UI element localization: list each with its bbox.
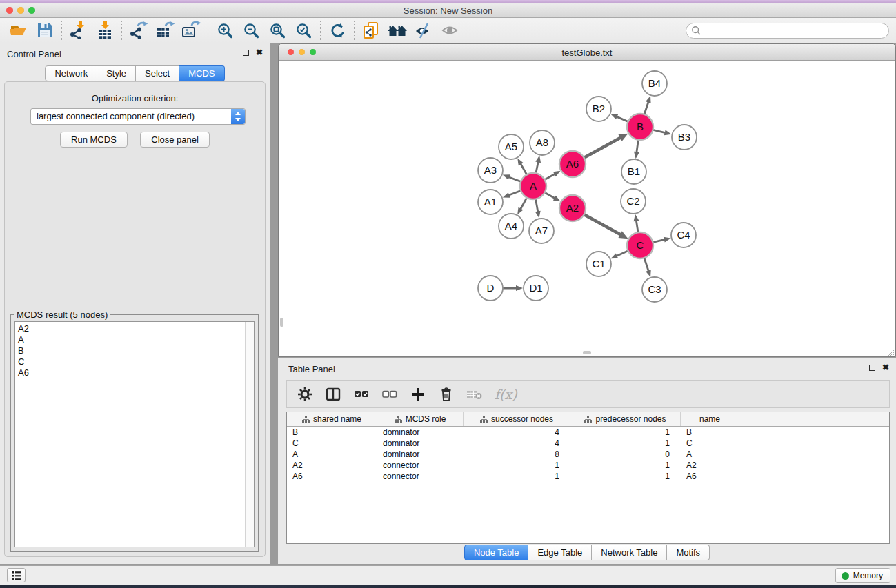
- import-table-icon[interactable]: [92, 19, 118, 41]
- float-panel-icon[interactable]: [869, 365, 875, 371]
- tab-style[interactable]: Style: [97, 65, 136, 81]
- table-cell: A2: [681, 460, 739, 471]
- graph-edge-arrowhead: [553, 171, 561, 176]
- tab-node-table[interactable]: Node Table: [464, 545, 529, 560]
- zoom-in-icon[interactable]: [212, 19, 238, 41]
- zoom-fit-icon[interactable]: [264, 19, 290, 41]
- table-cell: 0: [570, 449, 681, 460]
- table-row[interactable]: A2connector11A2: [287, 460, 889, 471]
- column-header-mcds-role[interactable]: MCDS role: [377, 412, 464, 426]
- show-graphics-details-icon[interactable]: [410, 19, 437, 41]
- optimization-criterion-label: Optimization criterion:: [5, 93, 265, 103]
- table-cell: B: [287, 427, 377, 438]
- network-horizontal-scrollbar[interactable]: [279, 350, 895, 356]
- graph-edge-arrowhead: [634, 152, 639, 159]
- tab-edge-table[interactable]: Edge Table: [528, 545, 592, 560]
- eye-icon[interactable]: [437, 19, 463, 41]
- memory-button[interactable]: Memory: [835, 568, 890, 583]
- select-all-checkboxes-icon[interactable]: [353, 386, 370, 403]
- table-cell-filler: [739, 471, 889, 482]
- table-toolbar: f(x): [286, 380, 890, 408]
- show-panels-list-button[interactable]: [7, 568, 26, 582]
- table-row[interactable]: Bdominator41B: [287, 427, 889, 438]
- float-panel-icon[interactable]: [243, 50, 249, 56]
- delete-table-icon[interactable]: [466, 386, 483, 403]
- tab-motifs[interactable]: Motifs: [667, 545, 710, 560]
- split-columns-icon[interactable]: [325, 386, 341, 403]
- result-list-scrollbar[interactable]: [245, 322, 254, 547]
- tab-network-table[interactable]: Network Table: [592, 545, 667, 560]
- mcds-result-item[interactable]: A: [18, 334, 241, 345]
- tab-select[interactable]: Select: [136, 65, 179, 81]
- column-type-icon: [395, 416, 402, 423]
- column-header-label: successor nodes: [491, 414, 553, 424]
- graph-edge-arrowhead: [516, 285, 523, 291]
- table-cell: connector: [377, 460, 464, 471]
- function-builder-icon[interactable]: f(x): [495, 386, 517, 403]
- mcds-result-item[interactable]: A2: [18, 323, 241, 334]
- mcds-tab-content: Optimization criterion: largest connecte…: [4, 81, 266, 557]
- mcds-result-list: A2ABCA6: [14, 321, 255, 547]
- mcds-result-item[interactable]: A6: [18, 367, 241, 378]
- zoom-selected-icon[interactable]: [290, 19, 317, 41]
- graph-node-label: B3: [678, 131, 690, 143]
- criterion-dropdown[interactable]: largest connected component (directed): [30, 108, 246, 125]
- table-body: Bdominator41BCdominator41CAdominator80AA…: [287, 427, 889, 482]
- mcds-result-item[interactable]: C: [18, 356, 241, 367]
- open-session-icon[interactable]: [6, 19, 32, 41]
- gear-icon[interactable]: [297, 386, 313, 403]
- tab-network[interactable]: Network: [45, 65, 97, 81]
- column-type-icon: [302, 416, 310, 423]
- column-header-name[interactable]: name: [681, 412, 739, 426]
- desktop-background-strip: [0, 585, 896, 588]
- graph-node-label: B2: [593, 103, 605, 114]
- criterion-dropdown-value: largest connected component (directed): [31, 109, 231, 124]
- resize-grip-icon[interactable]: [886, 350, 895, 356]
- network-horizontal-scroll-thumb[interactable]: [583, 351, 591, 354]
- table-cell: 1: [464, 460, 570, 471]
- table-cell: 1: [570, 438, 681, 449]
- deselect-all-checkboxes-icon[interactable]: [381, 386, 398, 403]
- export-table-icon[interactable]: [152, 19, 178, 41]
- network-view-window: testGlobe.txt B4B2BB3A5A8A6B1A3AC2A1A2A4…: [278, 43, 896, 357]
- save-session-icon[interactable]: [32, 19, 58, 41]
- search-input[interactable]: [701, 25, 888, 37]
- graph-node-label: D1: [529, 282, 542, 294]
- zoom-out-icon[interactable]: [238, 19, 264, 41]
- memory-status-icon: [842, 572, 849, 580]
- run-mcds-button[interactable]: Run MCDS: [60, 132, 128, 148]
- table-cell: 1: [570, 427, 681, 438]
- main-titlebar: Session: New Session: [0, 3, 896, 18]
- close-panel-icon[interactable]: ✖: [256, 49, 263, 56]
- clone-network-icon[interactable]: [358, 19, 384, 41]
- table-cell: C: [681, 438, 739, 449]
- close-panel-icon[interactable]: ✖: [882, 364, 889, 371]
- toolbar-separator: [61, 21, 62, 40]
- graph-node-label: A8: [536, 136, 548, 148]
- delete-column-icon[interactable]: [438, 386, 455, 403]
- network-window-titlebar[interactable]: testGlobe.txt: [279, 44, 895, 61]
- refresh-layout-icon[interactable]: [324, 19, 350, 41]
- column-header-shared-name[interactable]: shared name: [287, 412, 377, 426]
- toolbar-search-field[interactable]: [686, 23, 889, 39]
- close-panel-button[interactable]: Close panel: [140, 132, 210, 148]
- table-row[interactable]: Adominator80A: [287, 449, 889, 460]
- column-header-successor-nodes[interactable]: successor nodes: [464, 412, 570, 426]
- first-neighbors-icon[interactable]: [384, 19, 410, 41]
- network-vertical-scroll-thumb[interactable]: [280, 318, 283, 327]
- column-header-predecessor-nodes[interactable]: predecessor nodes: [570, 412, 681, 426]
- export-network-icon[interactable]: [126, 19, 152, 41]
- graph-edge-arrowhead: [634, 214, 639, 221]
- table-row[interactable]: Cdominator41C: [287, 438, 889, 449]
- mcds-result-item[interactable]: B: [18, 345, 241, 356]
- mcds-result-title: MCDS result (5 nodes): [14, 310, 110, 320]
- add-column-icon[interactable]: [410, 386, 426, 403]
- export-image-icon[interactable]: [178, 19, 204, 41]
- main-toolbar: [0, 18, 896, 43]
- graph-node-label: A4: [505, 220, 517, 232]
- window-title: Session: New Session: [0, 6, 896, 16]
- table-row[interactable]: A6connector11A6: [287, 471, 889, 482]
- tab-mcds[interactable]: MCDS: [179, 65, 224, 81]
- network-canvas[interactable]: B4B2BB3A5A8A6B1A3AC2A1A2A4A7C4CC1C3DD1: [279, 61, 895, 350]
- import-network-icon[interactable]: [66, 19, 92, 41]
